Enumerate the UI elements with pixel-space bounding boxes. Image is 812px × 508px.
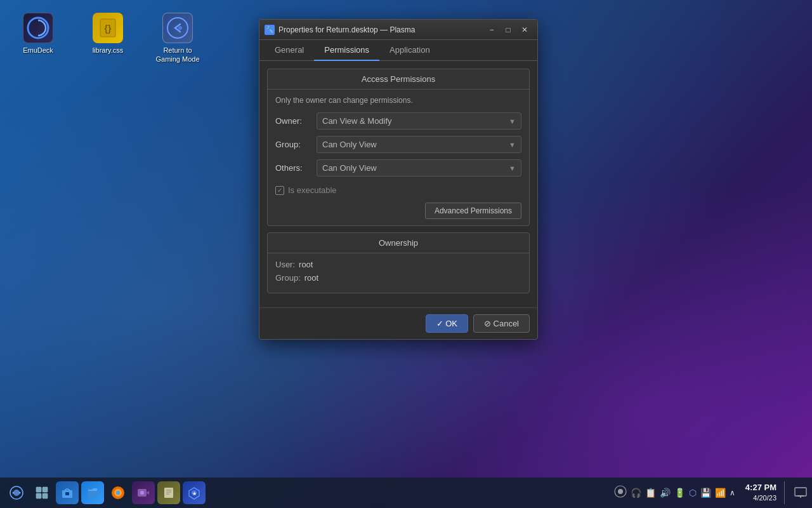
group-row: Group: Can Only View ▼ [275, 136, 521, 153]
tray-storage-icon[interactable]: 💾 [700, 488, 711, 498]
dialog-content: Access Permissions Only the owner can ch… [259, 61, 537, 307]
emudeck-label: EmuDeck [23, 46, 53, 55]
return-gaming-icon [162, 13, 193, 43]
ok-button[interactable]: ✓ OK [426, 314, 468, 333]
dialog-controls: − □ ✕ [484, 23, 532, 36]
group-chevron-icon: ▼ [509, 141, 516, 149]
tray-expand-icon[interactable]: ∧ [730, 488, 735, 497]
executable-row: ✓ Is executable [275, 183, 521, 197]
desktop-icons: EmuDeck {} library.css Return toGamin [13, 13, 203, 64]
svg-rect-10 [36, 487, 41, 492]
taskbar-plasma[interactable]: ★ [183, 481, 206, 504]
properties-dialog: 🔧 Properties for Return.desktop — Plasma… [259, 19, 538, 340]
advanced-permissions-button[interactable]: Advanced Permissions [425, 203, 521, 219]
dialog-app-icon: 🔧 [265, 25, 275, 35]
clock-date: 4/20/23 [745, 493, 776, 502]
svg-rect-13 [43, 493, 48, 498]
svg-point-4 [167, 18, 188, 38]
tray-volume-icon[interactable]: 🔊 [660, 488, 671, 498]
system-tray: 🎧 📋 🔊 🔋 ⬡ 💾 📶 ∧ [614, 485, 735, 500]
library-css-label: library.css [93, 46, 124, 55]
taskbar-store[interactable] [56, 481, 79, 504]
advanced-btn-row: Advanced Permissions [275, 203, 521, 219]
taskbar-right: 🎧 📋 🔊 🔋 ⬡ 💾 📶 ∧ 4:27 PM 4/20/23 [614, 481, 807, 504]
svg-rect-11 [43, 487, 48, 492]
clock[interactable]: 4:27 PM 4/20/23 [745, 483, 776, 502]
tab-permissions[interactable]: Permissions [314, 40, 379, 61]
access-permissions-body: Only the owner can change permissions. O… [268, 90, 529, 225]
tab-application[interactable]: Application [379, 40, 440, 61]
dialog-titlebar: 🔧 Properties for Return.desktop — Plasma… [259, 20, 537, 40]
dialog-footer: ✓ OK ⊘ Cancel [259, 307, 537, 339]
others-select[interactable]: Can Only View ▼ [317, 159, 521, 177]
svg-rect-31 [795, 488, 806, 496]
taskbar-files[interactable] [81, 481, 104, 504]
group-select[interactable]: Can Only View ▼ [317, 136, 521, 153]
return-gaming-label: Return toGaming Mode [155, 46, 199, 64]
tray-bluetooth-icon[interactable]: ⬡ [689, 488, 697, 498]
minimize-button[interactable]: − [484, 23, 499, 36]
taskbar-steam-deck[interactable] [5, 481, 28, 504]
ownership-header: Ownership [268, 233, 529, 253]
executable-label: Is executable [288, 185, 337, 195]
svg-point-5 [178, 26, 182, 30]
owner-value: Can View & Modify [322, 116, 392, 126]
desktop: EmuDeck {} library.css Return toGamin [0, 0, 812, 508]
svg-rect-15 [65, 492, 69, 495]
executable-checkbox[interactable]: ✓ [275, 186, 284, 195]
ownership-section: Ownership User: root Group: root [267, 232, 530, 293]
taskbar-firefox[interactable] [107, 481, 129, 504]
desktop-icon-return-gaming[interactable]: Return toGaming Mode [152, 13, 203, 64]
ownership-group-value: root [304, 273, 318, 283]
desktop-icon-emudeck[interactable]: EmuDeck [13, 13, 63, 64]
svg-point-30 [618, 489, 623, 494]
svg-text:{}: {} [105, 23, 112, 34]
svg-point-8 [13, 492, 15, 494]
tab-general[interactable]: General [265, 40, 314, 61]
others-chevron-icon: ▼ [509, 164, 516, 172]
others-row: Others: Can Only View ▼ [275, 159, 521, 177]
cancel-button[interactable]: ⊘ Cancel [473, 314, 530, 333]
taskbar-notes[interactable] [157, 481, 180, 504]
tray-headphones-icon[interactable]: 🎧 [631, 488, 641, 498]
close-button[interactable]: ✕ [517, 23, 532, 36]
dialog-tabs: General Permissions Application [259, 40, 537, 61]
screen-layout-icon[interactable] [794, 486, 807, 499]
ownership-user-value: root [299, 260, 313, 269]
group-value: Can Only View [322, 140, 377, 149]
tray-battery-icon[interactable]: 🔋 [674, 488, 685, 498]
emudeck-icon [23, 13, 53, 43]
others-value: Can Only View [322, 163, 377, 173]
svg-rect-12 [36, 493, 41, 498]
access-permissions-section: Access Permissions Only the owner can ch… [267, 69, 530, 226]
owner-row: Owner: Can View & Modify ▼ [275, 112, 521, 130]
access-permissions-header: Access Permissions [268, 69, 529, 90]
tray-clipboard-icon[interactable]: 📋 [645, 488, 656, 498]
maximize-button[interactable]: □ [501, 23, 516, 36]
svg-point-9 [19, 492, 21, 494]
dialog-title: Properties for Return.desktop — Plasma [278, 25, 484, 34]
svg-rect-22 [164, 488, 173, 498]
group-label: Group: [275, 140, 317, 149]
permissions-info-text: Only the owner can change permissions. [275, 96, 521, 105]
desktop-icon-library-css[interactable]: {} library.css [82, 13, 133, 64]
taskbar-left: ★ [5, 481, 206, 504]
svg-marker-20 [147, 491, 149, 495]
tray-steam-icon[interactable] [614, 485, 627, 500]
owner-select[interactable]: Can View & Modify ▼ [317, 112, 521, 130]
ownership-body: User: root Group: root [268, 253, 529, 293]
user-row: User: root [275, 260, 521, 269]
clock-time: 4:27 PM [745, 483, 776, 493]
taskbar-screen-recorder[interactable] [132, 481, 155, 504]
library-icon: {} [93, 13, 123, 43]
svg-text:★: ★ [192, 491, 197, 497]
ownership-user-label: User: [275, 260, 295, 269]
owner-label: Owner: [275, 116, 317, 126]
svg-point-21 [140, 491, 144, 495]
show-desktop-button[interactable] [784, 481, 788, 504]
taskbar: ★ 🎧 📋 🔊 🔋 ⬡ 💾 📶 ∧ [0, 478, 812, 508]
tray-network-icon[interactable]: 📶 [715, 488, 726, 498]
others-label: Others: [275, 163, 317, 173]
taskbar-switcher[interactable] [30, 481, 53, 504]
ownership-group-row: Group: root [275, 273, 521, 283]
